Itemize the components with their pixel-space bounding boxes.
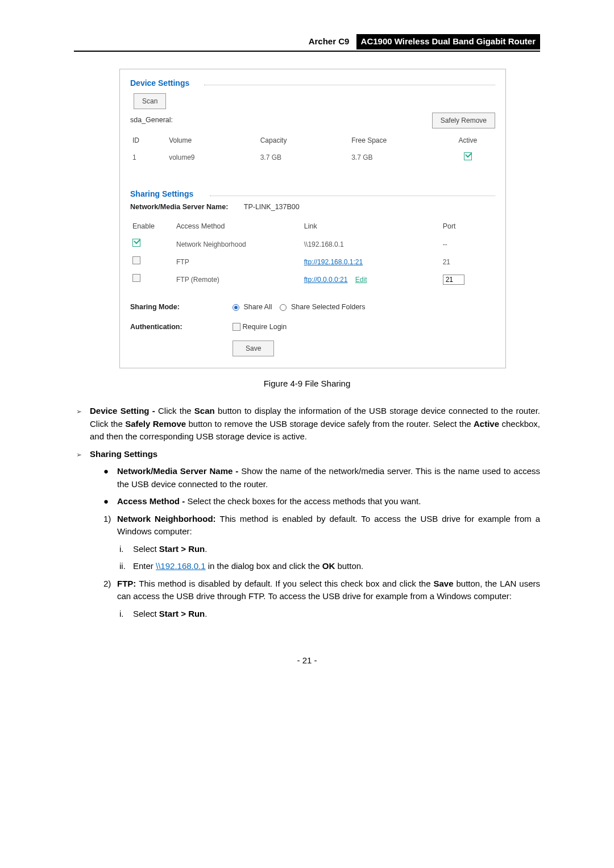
share-all-radio[interactable] xyxy=(233,304,239,311)
text-bold: Start > Run xyxy=(159,544,205,554)
text-bold: Save xyxy=(433,579,453,588)
cell-volume: volume9 xyxy=(167,149,258,167)
save-button[interactable]: Save xyxy=(233,340,274,356)
table-row: 1 volume9 3.7 GB 3.7 GB xyxy=(130,149,495,167)
text: in the dialog box and click the xyxy=(206,561,322,571)
list-item: ● Access Method - Select the check boxes… xyxy=(101,495,540,508)
text: button. xyxy=(335,561,363,571)
volumes-table: ID Volume Capacity Free Space Active 1 v… xyxy=(130,132,495,167)
col-id: ID xyxy=(130,132,167,149)
cell-id: 1 xyxy=(130,149,167,167)
list-item: i. Select Start > Run. xyxy=(117,608,540,621)
method-nn: Network Neighborhood xyxy=(174,235,302,253)
port-ftpremote-input[interactable] xyxy=(443,275,464,285)
link-nn: \\192.168.0.1 xyxy=(302,235,441,253)
num-marker: ii. xyxy=(117,560,133,573)
list-item: i. Select Start > Run. xyxy=(117,543,540,556)
col-link: Link xyxy=(302,218,441,235)
col-capacity: Capacity xyxy=(258,132,350,149)
ip-link[interactable]: \\192.168.0.1 xyxy=(156,561,206,571)
divider xyxy=(210,196,495,196)
sharing-settings-lead: Sharing Settings xyxy=(90,449,157,459)
active-checkbox[interactable] xyxy=(464,152,472,160)
text: This method is disabled by default. If y… xyxy=(139,579,433,588)
num-marker: i. xyxy=(117,543,133,556)
device-settings-title: Device Settings xyxy=(130,77,194,89)
nmsn-lead: Network/Media Server Name - xyxy=(117,466,241,476)
num-marker: 2) xyxy=(101,578,117,603)
port-ftp: 21 xyxy=(441,253,495,271)
require-login-label: Require Login xyxy=(242,323,287,331)
page-number: - 21 - xyxy=(74,654,540,667)
text: Select xyxy=(133,609,159,618)
enable-ftpremote-checkbox[interactable] xyxy=(132,274,140,282)
text-bold: Safely Remove xyxy=(125,419,186,429)
authentication-label: Authentication: xyxy=(130,322,233,333)
col-volume: Volume xyxy=(167,132,258,149)
list-item: Device Setting - Click the Scan button t… xyxy=(74,405,540,443)
enable-ftp-checkbox[interactable] xyxy=(132,256,140,264)
ftp-lead: FTP: xyxy=(117,579,139,588)
table-row: FTP (Remote) ftp://0.0.0.0:21 Edit xyxy=(130,271,495,288)
list-item: 2) FTP: This method is disabled by defau… xyxy=(101,578,540,603)
list-item: ● Network/Media Server Name - Show the n… xyxy=(101,465,540,491)
text: . xyxy=(205,544,207,554)
num-marker: 1) xyxy=(101,513,117,538)
edit-link[interactable]: Edit xyxy=(355,276,367,284)
disk-label: sda_General: xyxy=(130,115,173,126)
nmsn-value: TP-LINK_137B00 xyxy=(244,203,300,211)
list-item: ii. Enter \\192.168.0.1 in the dialog bo… xyxy=(117,560,540,573)
device-model: Archer C9 xyxy=(304,34,354,49)
access-method-lead: Access Method - xyxy=(117,496,187,506)
bullet-icon: ● xyxy=(101,465,117,491)
text: button to remove the USB storage device … xyxy=(186,419,474,429)
col-active: Active xyxy=(441,132,495,149)
require-login-checkbox[interactable] xyxy=(233,323,240,331)
text-bold: Start > Run xyxy=(159,609,205,618)
safely-remove-button[interactable]: Safely Remove xyxy=(432,113,495,128)
link-ftp[interactable]: ftp://192.168.0.1:21 xyxy=(304,258,363,266)
table-row: FTP ftp://192.168.0.1:21 21 xyxy=(130,253,495,271)
scan-button[interactable]: Scan xyxy=(134,93,166,109)
arrow-icon xyxy=(76,448,88,461)
sharing-settings-title: Sharing Settings xyxy=(130,189,193,198)
share-selected-radio[interactable] xyxy=(280,304,287,311)
text: . xyxy=(205,609,207,618)
method-ftp: FTP xyxy=(174,253,302,271)
col-method: Access Method xyxy=(174,218,302,235)
link-ftpremote[interactable]: ftp://0.0.0.0:21 xyxy=(304,276,348,284)
cell-capacity: 3.7 GB xyxy=(258,149,350,167)
text-bold: OK xyxy=(322,561,335,571)
table-row: Network Neighborhood \\192.168.0.1 -- xyxy=(130,235,495,253)
enable-nn-checkbox[interactable] xyxy=(132,239,140,247)
port-nn: -- xyxy=(441,235,495,253)
table-header-row: Enable Access Method Link Port xyxy=(130,218,495,235)
device-setting-lead: Device Setting - xyxy=(90,406,158,416)
table-header-row: ID Volume Capacity Free Space Active xyxy=(130,132,495,149)
arrow-icon xyxy=(76,405,88,418)
product-name: AC1900 Wireless Dual Band Gigabit Router xyxy=(356,34,540,49)
share-selected-label: Share Selected Folders xyxy=(291,303,366,311)
text: Click the xyxy=(158,406,194,416)
text: Enter xyxy=(133,561,156,571)
text: Select the check boxes for the access me… xyxy=(187,496,421,506)
cell-freespace: 3.7 GB xyxy=(349,149,441,167)
bullet-icon: ● xyxy=(101,495,117,508)
list-item: 1) Network Neighborhood: This method is … xyxy=(101,513,540,538)
method-ftpremote: FTP (Remote) xyxy=(174,271,302,288)
text: Select xyxy=(133,544,159,554)
settings-panel: Device Settings Scan sda_General: Safely… xyxy=(119,69,506,368)
text-bold: Active xyxy=(474,419,499,429)
page-header: Archer C9 AC1900 Wireless Dual Band Giga… xyxy=(74,34,540,52)
list-item: Sharing Settings xyxy=(74,448,540,461)
text-bold: Scan xyxy=(194,406,215,416)
col-port: Port xyxy=(441,218,495,235)
figure-caption: Figure 4-9 File Sharing xyxy=(74,377,540,391)
col-freespace: Free Space xyxy=(349,132,441,149)
nn-lead: Network Neighborhood: xyxy=(117,514,220,524)
sharing-mode-label: Sharing Mode: xyxy=(130,302,233,313)
col-enable: Enable xyxy=(130,218,174,235)
nmsn-label: Network/Media Server Name: xyxy=(130,203,228,211)
divider xyxy=(204,85,495,85)
sharing-table: Enable Access Method Link Port Network N… xyxy=(130,218,495,288)
